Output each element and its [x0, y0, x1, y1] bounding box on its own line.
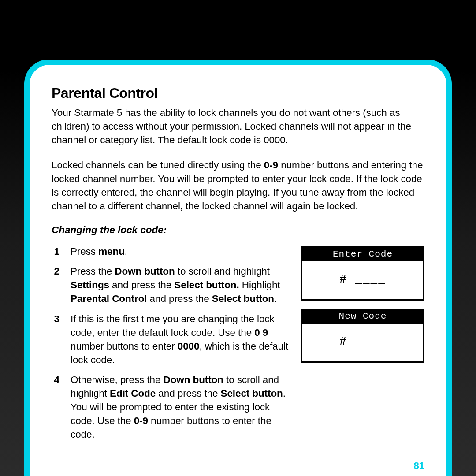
- step-4: 4 Otherwise, press the Down button to sc…: [52, 373, 289, 441]
- step-number: 1: [52, 245, 60, 258]
- intro-paragraph-1: Your Starmate 5 has the ability to lock …: [52, 106, 424, 147]
- page-title: Parental Control: [52, 85, 424, 101]
- step-3: 3 If this is the first time you are chan…: [52, 312, 289, 367]
- step-number: 4: [52, 373, 60, 441]
- step-number: 3: [52, 312, 60, 367]
- screen-body: # ____: [302, 324, 423, 361]
- step-text: If this is the first time you are changi…: [71, 312, 289, 367]
- steps-list: 1 Press menu. 2 Press the Down button to…: [52, 245, 289, 447]
- page-content: Parental Control Your Starmate 5 has the…: [30, 65, 446, 476]
- screen-body: # ____: [302, 261, 423, 299]
- subheading-changing-lock-code: Changing the lock code:: [52, 224, 424, 236]
- steps-and-screens-row: 1 Press menu. 2 Press the Down button to…: [52, 245, 424, 447]
- screen-header: New Code: [302, 310, 423, 324]
- screen-new-code: New Code # ____: [301, 309, 424, 363]
- step-2: 2 Press the Down button to scroll and hi…: [52, 264, 289, 305]
- step-1: 1 Press menu.: [52, 245, 289, 258]
- page-number: 81: [414, 460, 424, 472]
- step-text: Otherwise, press the Down button to scro…: [71, 373, 289, 441]
- screen-header: Enter Code: [302, 248, 423, 261]
- step-text: Press menu.: [71, 245, 289, 258]
- page-frame: Parental Control Your Starmate 5 has the…: [24, 60, 452, 476]
- step-text: Press the Down button to scroll and high…: [71, 264, 289, 305]
- step-number: 2: [52, 264, 60, 305]
- screen-enter-code: Enter Code # ____: [301, 246, 424, 301]
- intro-paragraph-2: Locked channels can be tuned directly us…: [52, 158, 424, 213]
- device-screens: Enter Code # ____ New Code # ____: [301, 245, 424, 371]
